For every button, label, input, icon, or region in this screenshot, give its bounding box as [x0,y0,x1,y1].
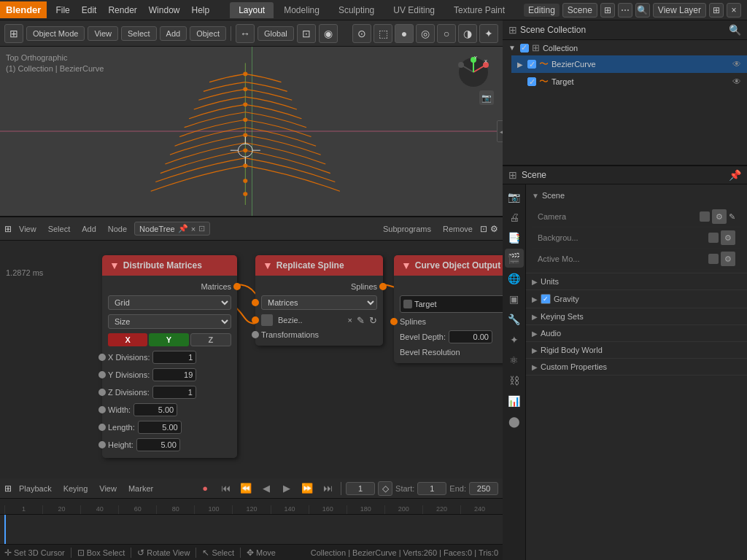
view-menu[interactable]: View [88,26,118,41]
search-icon[interactable]: 🔍 [635,3,650,18]
node-output-header[interactable]: ▼ Curve Object Output [394,255,503,276]
node-zoom-icon[interactable]: ⊡ [480,224,487,234]
node-tree-selector[interactable]: NodeTree 📌 × ⊡ [134,222,210,236]
target-checkbox[interactable]: ✓ [527,77,536,86]
material-shading[interactable]: ◑ [458,24,477,43]
playback-menu[interactable]: Playback [15,483,56,494]
marker-menu[interactable]: Marker [124,483,158,494]
outliner-target-item[interactable]: ▶ ✓ 〜 Target 👁 [511,73,747,90]
node-tree-close[interactable]: × [191,225,196,233]
node-node-menu[interactable]: Node [104,222,131,236]
gravity-section-header[interactable]: ▶ ✓ Gravity [526,290,747,308]
z-div-input[interactable]: 1 [152,386,196,399]
scene-selector[interactable]: Scene [562,3,597,18]
skip-end-btn[interactable]: ⏭ [319,480,336,497]
bezier-visibility-icon[interactable]: 👁 [732,59,741,69]
proportional-icon[interactable]: ◉ [319,24,338,43]
menu-help[interactable]: Help [185,2,215,18]
grid-selector[interactable]: Grid [108,295,231,310]
node-tree-options[interactable]: ⊡ [198,224,205,233]
wire-shading[interactable]: ○ [437,24,456,43]
bezier-checkbox[interactable]: ✓ [527,60,536,69]
length-input[interactable]: 5.00 [138,421,182,434]
scene-section-header[interactable]: ▼ Scene [526,187,747,203]
gravity-checkbox[interactable]: ✓ [541,294,551,304]
z-button[interactable]: Z [190,333,231,346]
bg-settings[interactable]: ⚙ [721,230,735,245]
render-shading[interactable]: ◎ [416,24,435,43]
step-back-btn[interactable]: ⏪ [237,480,255,497]
node-select-menu[interactable]: Select [44,222,75,236]
node-view-menu[interactable]: View [15,222,41,236]
props-output-icon[interactable]: 🖨 [505,208,524,227]
view-menu-tl[interactable]: View [95,483,121,494]
outliner-filter-icon[interactable]: 🔍 [729,24,741,36]
start-frame-input[interactable] [417,482,446,495]
object-menu[interactable]: Object [190,26,226,41]
current-frame-input[interactable]: 1 [346,482,375,495]
select-menu[interactable]: Select [121,26,157,41]
size-selector[interactable]: Size [108,314,231,329]
props-physics-icon[interactable]: ⚛ [505,351,524,370]
snap-icon[interactable]: ⊡ [297,24,316,43]
outliner-collection-item[interactable]: ▼ ✓ ⊞ Collection [503,40,747,55]
outliner-beziercurve-item[interactable]: ▶ ✓ 〜 BezierCurve 👁 [511,55,747,73]
camera-view-btn[interactable]: 📷 [479,90,494,105]
width-input[interactable]: 5.00 [133,403,177,416]
props-data-icon[interactable]: 📊 [505,392,524,411]
props-modifier-icon[interactable]: 🔧 [505,310,524,329]
xray-icon[interactable]: ⬚ [374,24,392,43]
workspace-tab-texture[interactable]: Texture Paint [445,2,514,18]
bezier-sync[interactable]: ↻ [369,315,377,326]
global-selector[interactable]: Global [258,26,294,41]
add-menu[interactable]: Add [160,26,187,41]
y-div-input[interactable]: 19 [152,368,196,381]
camera-dropper[interactable]: ✎ [729,212,735,222]
keying-menu[interactable]: Keying [59,483,93,494]
step-forward-btn[interactable]: ⏩ [298,480,316,497]
props-pin-icon[interactable]: 📌 [729,169,741,181]
view-layer-options[interactable]: × [727,3,741,18]
panel-collapse-btn[interactable]: ◀ [497,120,503,142]
bevel-depth-input[interactable]: 0.00 [449,330,492,343]
props-render-icon[interactable]: 📷 [505,187,524,206]
node-canvas[interactable]: 1.2872 ms ▼ Distribute Matrices [0,241,503,478]
x-div-input[interactable]: 1 [152,351,196,364]
node-replicate-header[interactable]: ▼ Replicate Spline [255,255,383,276]
custom-section-header[interactable]: ▶ Custom Properties [526,359,747,375]
props-object-icon[interactable]: ▣ [505,289,524,308]
props-world-icon[interactable]: 🌐 [505,269,524,288]
3d-viewport[interactable]: Top Orthographic (1) Collection | Bezier… [0,47,503,216]
overlay-icon[interactable]: ⊙ [352,24,371,43]
rigid-body-section-header[interactable]: ▶ Rigid Body World [526,342,747,358]
workspace-tab-sculpting[interactable]: Sculpting [330,2,383,18]
bezier-clear[interactable]: × [348,316,352,324]
props-particles-icon[interactable]: ✦ [505,330,524,349]
solid-shading[interactable]: ● [395,24,414,43]
keying-section-header[interactable]: ▶ Keying Sets [526,308,747,324]
props-scene-icon[interactable]: 🎬 [505,249,524,268]
active-mo-settings[interactable]: ⚙ [721,252,735,266]
matrices-selector[interactable]: Matrices [261,295,377,310]
menu-edit[interactable]: Edit [76,2,103,18]
workspace-tab-uv[interactable]: UV Editing [384,2,444,18]
menu-render[interactable]: Render [102,2,142,18]
keyframe-area[interactable] [0,515,503,544]
object-mode-selector[interactable]: Object Mode [26,26,85,41]
props-view-layer-icon[interactable]: 📑 [505,228,524,247]
props-material-icon[interactable]: ⬤ [505,412,524,431]
view-layer-icon[interactable]: ⊞ [709,3,724,18]
audio-section-header[interactable]: ▶ Audio [526,325,747,341]
node-distribute-header[interactable]: ▼ Distribute Matrices [102,255,237,276]
play-btn[interactable]: ▶ [278,480,295,497]
workspace-tab-layout[interactable]: Layout [230,2,274,18]
target-visibility-icon[interactable]: 👁 [732,77,741,87]
timeline-mode-icon[interactable]: ⊞ [4,483,12,494]
workspace-tab-modeling[interactable]: Modeling [275,2,328,18]
node-pin-icon[interactable]: 📌 [178,224,188,233]
y-button[interactable]: Y [149,333,188,346]
record-btn[interactable]: ● [196,480,214,497]
scene-icon[interactable]: ⊞ [600,3,615,18]
node-add-menu[interactable]: Add [77,222,101,236]
menu-window[interactable]: Window [143,2,186,18]
